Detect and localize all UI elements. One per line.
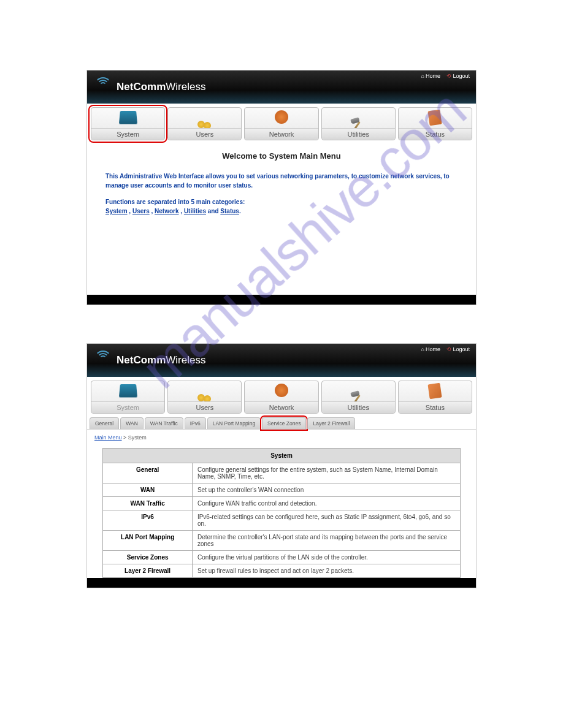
row-desc: Configure WAN traffic control and detect…	[192, 497, 460, 510]
brand-bold: NetComm	[117, 81, 166, 93]
row-label: Layer 2 Firewall	[103, 564, 193, 578]
table-row: WAN TrafficConfigure WAN traffic control…	[103, 497, 460, 510]
nav-label: Utilities	[322, 401, 395, 413]
row-desc: Set up firewall rules to inspect and act…	[192, 564, 460, 578]
nav-label: Network	[245, 128, 318, 140]
nav-label: Network	[245, 401, 318, 413]
main-nav: System Users Network Utilities Status	[87, 104, 476, 144]
table-row: Service ZonesConfigure the virtual parti…	[103, 551, 460, 564]
nav-network[interactable]: Network	[244, 381, 318, 414]
tab-lan-port-mapping[interactable]: LAN Port Mapping	[207, 417, 261, 429]
nav-status[interactable]: Status	[398, 107, 472, 140]
nav-users[interactable]: Users	[167, 381, 242, 414]
table-row: Layer 2 FirewallSet up firewall rules to…	[103, 564, 460, 578]
header: Home Logout NetCommWireless	[87, 70, 476, 104]
tab-ipv6[interactable]: IPv6	[185, 417, 206, 429]
nav-label: Status	[399, 128, 472, 140]
status-icon	[428, 110, 442, 126]
row-label: LAN Port Mapping	[103, 531, 193, 551]
row-label: IPv6	[103, 510, 193, 531]
nav-label: Users	[168, 128, 241, 140]
nav-system[interactable]: System	[91, 381, 165, 414]
brand-light: Wireless	[166, 81, 205, 93]
brand-bold: NetComm	[117, 354, 166, 366]
row-label: General	[103, 463, 193, 483]
system-icon	[119, 111, 137, 124]
nav-label: Users	[168, 401, 241, 413]
row-label: WAN	[103, 483, 193, 497]
functions-paragraph: Functions are separated into 5 main cate…	[105, 197, 458, 216]
brand-light: Wireless	[166, 354, 205, 366]
main-nav: System Users Network Utilities Status	[87, 377, 476, 417]
nav-system[interactable]: System	[91, 107, 165, 140]
home-link[interactable]: Home	[421, 346, 440, 352]
panel-welcome: Home Logout NetCommWireless System Users	[86, 70, 477, 305]
page-title: Welcome to System Main Menu	[105, 151, 458, 161]
network-icon	[275, 384, 288, 397]
nav-users[interactable]: Users	[167, 107, 242, 140]
home-link[interactable]: Home	[421, 73, 440, 79]
row-desc: Configure general settings for the entir…	[192, 463, 460, 483]
wifi-icon	[94, 81, 112, 93]
row-desc: Set up the controller's WAN connection	[192, 483, 460, 497]
tab-layer2-firewall[interactable]: Layer 2 Firewall	[307, 417, 355, 429]
nav-label: Status	[399, 401, 472, 413]
intro-paragraph: This Administrative Web Interface allows…	[105, 172, 458, 190]
nav-label: System	[91, 128, 164, 140]
wifi-icon	[94, 354, 112, 366]
table-row: GeneralConfigure general settings for th…	[103, 463, 460, 483]
table-row: LAN Port MappingDetermine the controller…	[103, 531, 460, 551]
link-status[interactable]: Status	[220, 208, 239, 214]
sub-nav: General WAN WAN Traffic IPv6 LAN Port Ma…	[87, 417, 476, 430]
system-icon	[119, 384, 137, 397]
link-system[interactable]: System	[105, 208, 128, 214]
tab-service-zones[interactable]: Service Zones	[262, 417, 306, 429]
panel-system: Home Logout NetCommWireless System Users	[86, 343, 477, 588]
nav-utilities[interactable]: Utilities	[321, 107, 396, 140]
footer-bar	[87, 578, 476, 588]
row-label: Service Zones	[103, 551, 193, 564]
table-header: System	[103, 449, 460, 463]
row-desc: Configure the virtual partitions of the …	[192, 551, 460, 564]
breadcrumb-main-menu[interactable]: Main Menu	[94, 434, 122, 441]
footer-bar	[87, 295, 476, 305]
tab-wan[interactable]: WAN	[120, 417, 144, 429]
row-label: WAN Traffic	[103, 497, 193, 510]
table-row: WANSet up the controller's WAN connectio…	[103, 483, 460, 497]
link-utilities[interactable]: Utilities	[184, 208, 206, 214]
link-users[interactable]: Users	[132, 208, 150, 214]
tab-general[interactable]: General	[90, 417, 119, 429]
breadcrumb-current: System	[128, 434, 147, 441]
row-desc: IPv6-related settings can be configured …	[192, 510, 460, 531]
row-desc: Determine the controller's LAN-port stat…	[192, 531, 460, 551]
network-icon	[275, 110, 288, 124]
nav-network[interactable]: Network	[244, 107, 318, 140]
nav-utilities[interactable]: Utilities	[321, 381, 396, 414]
table-row: IPv6IPv6-related settings can be configu…	[103, 510, 460, 531]
tab-wan-traffic[interactable]: WAN Traffic	[145, 417, 183, 429]
system-table: System GeneralConfigure general settings…	[102, 448, 460, 578]
nav-label: Utilities	[322, 128, 395, 140]
breadcrumb: Main Menu > System	[87, 430, 476, 446]
status-icon	[428, 383, 442, 400]
nav-status[interactable]: Status	[398, 381, 472, 414]
logout-link[interactable]: Logout	[446, 346, 470, 352]
header: Home Logout NetCommWireless	[87, 344, 476, 377]
nav-label: System	[91, 401, 164, 413]
link-network[interactable]: Network	[155, 208, 178, 214]
logout-link[interactable]: Logout	[446, 73, 470, 79]
content-welcome: Welcome to System Main Menu This Adminis…	[87, 144, 476, 230]
